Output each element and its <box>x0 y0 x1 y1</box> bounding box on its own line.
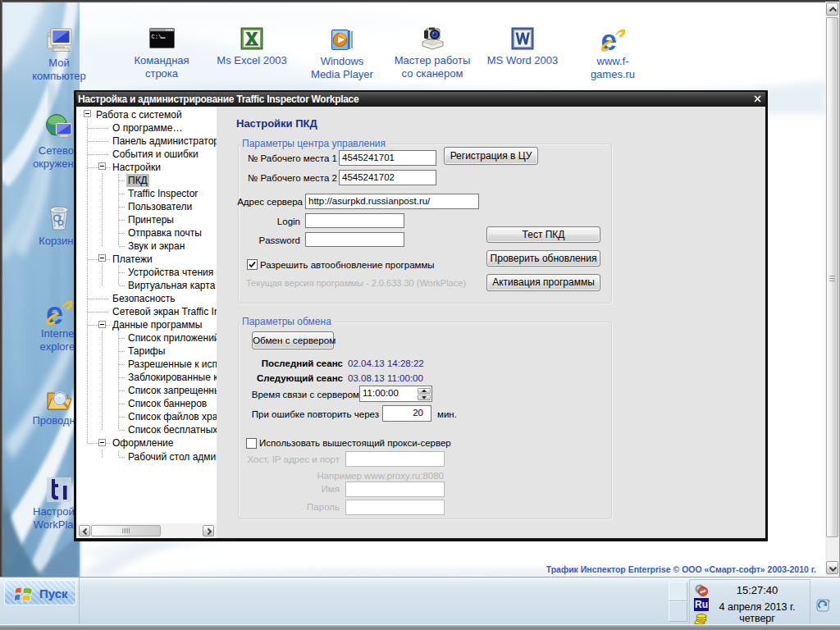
svg-text:C:\: C:\ <box>151 34 162 40</box>
